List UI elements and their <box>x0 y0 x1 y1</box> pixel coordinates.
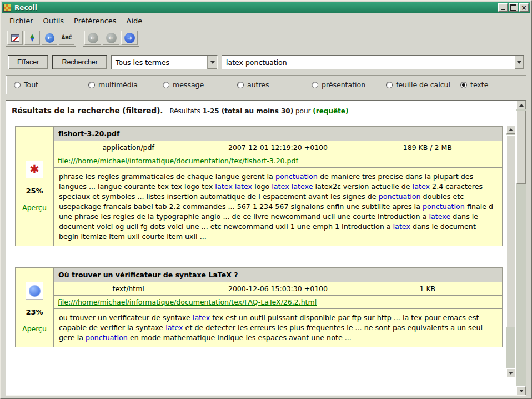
result-list-scrollbar[interactable] <box>506 125 515 377</box>
pdf-doc-icon <box>26 161 43 178</box>
query-details-link[interactable]: (requête) <box>313 107 348 115</box>
results-content: Résultats de la recherche (filtered). Ré… <box>6 101 504 395</box>
preview-link[interactable]: Aperçu <box>22 203 47 212</box>
scrollbar-thumb[interactable] <box>506 135 515 327</box>
results-header: Résultats de la recherche (filtered). Ré… <box>12 106 504 115</box>
radio-label: Tout <box>24 81 38 89</box>
result-url-link[interactable]: file:///home/michael/informatique/docume… <box>58 157 298 165</box>
result-item: 23%AperçuOù trouver un vérificateur de s… <box>15 267 503 347</box>
results-header-title: Résultats de la recherche (filtered). <box>12 106 163 115</box>
menu-preferences[interactable]: Préférences <box>69 15 121 27</box>
clear-button[interactable]: Effacer <box>8 55 48 69</box>
close-button[interactable] <box>519 3 529 12</box>
mime-type: application/pdf <box>53 141 203 154</box>
app-icon[interactable] <box>3 4 11 12</box>
category-radio-autres[interactable]: autres <box>237 81 312 89</box>
results-count-prefix: Résultats <box>169 107 202 115</box>
highlight-term: ponctuation <box>275 172 318 181</box>
result-meta-row: application/pdf2007-12-01 12:19:20 +0100… <box>53 141 503 154</box>
abstract-text: phrase les regles grammaticales de chaqu… <box>59 172 275 181</box>
forward-arrow-icon: ➜ <box>124 33 135 43</box>
clear-search-button[interactable] <box>7 31 23 45</box>
highlight-term: latex <box>393 222 410 231</box>
mime-type: text/html <box>53 282 203 296</box>
doc-size: 1 KB <box>353 282 503 296</box>
window-title: Recoll <box>14 4 37 12</box>
search-mode-select[interactable]: Tous les termes <box>111 55 218 69</box>
radio-icon <box>386 82 393 88</box>
results-count-middle: pour <box>293 107 313 115</box>
search-button[interactable]: Rechercher <box>52 55 107 69</box>
abstract-text: en mode mathematique indique les espaces… <box>128 333 352 342</box>
html-doc-icon <box>26 282 43 300</box>
scroll-down-icon[interactable] <box>516 386 526 395</box>
result-abstract: ou trouver un verificateur de syntaxe la… <box>53 308 503 347</box>
category-filter-bar: Toutmultimédiamessageautresprésentationf… <box>6 75 526 94</box>
abstract-text: logo <box>252 182 272 191</box>
radio-icon <box>88 82 95 88</box>
scrollbar-thumb[interactable] <box>516 111 526 184</box>
dropdown-arrow-icon[interactable] <box>207 56 217 69</box>
clear-search-icon <box>11 34 19 42</box>
main-tool-group: ▲▼ ➜ ÂBĈ <box>6 29 76 47</box>
radio-label: multimédia <box>98 81 138 89</box>
radio-label: message <box>173 81 204 89</box>
abc-icon: ÂBĈ <box>62 35 72 41</box>
next-page-button[interactable]: ➜ <box>121 31 138 45</box>
recoll-window: Recoll Fichier Outils Préférences Aide ▲… <box>0 0 532 399</box>
result-url-row: file:///home/michael/informatique/docume… <box>53 154 503 168</box>
sort-button[interactable]: ▲▼ <box>24 31 40 45</box>
menu-label: O <box>43 17 49 25</box>
history-button[interactable]: ➜ <box>42 31 57 45</box>
radio-icon <box>163 82 169 88</box>
globe-icon <box>29 285 41 297</box>
first-page-button[interactable]: ➜ <box>84 31 101 45</box>
menu-label: ichier <box>13 17 33 25</box>
menu-fichier[interactable]: Fichier <box>4 15 38 27</box>
result-url-row: file:///home/michael/informatique/docume… <box>53 295 503 309</box>
category-radio-texte[interactable]: texte <box>460 81 488 89</box>
category-radio-message[interactable]: message <box>163 81 237 89</box>
titlebar[interactable]: Recoll <box>2 2 530 13</box>
result-url-link[interactable]: file:///home/michael/informatique/docume… <box>58 298 317 306</box>
result-item: 25%Aperçuflshort-3.20.pdfapplication/pdf… <box>15 126 503 246</box>
scroll-down-icon[interactable] <box>506 368 515 377</box>
radio-label: texte <box>470 81 488 89</box>
radio-label: feuille de calcul <box>396 81 450 89</box>
category-radio-feuille-de-calcul[interactable]: feuille de calcul <box>386 81 460 89</box>
doc-size: 189 KB / 2 MB <box>353 141 503 154</box>
maximize-button[interactable] <box>509 3 518 12</box>
back-arrow-icon: ➜ <box>88 33 98 43</box>
radio-icon <box>237 82 244 88</box>
category-radio-multimédia[interactable]: multimédia <box>88 81 163 89</box>
scroll-up-icon[interactable] <box>516 101 526 109</box>
scroll-up-icon[interactable] <box>506 125 515 134</box>
scrollbar-track[interactable] <box>516 109 526 386</box>
toolbar: ▲▼ ➜ ÂBĈ ➜ ➜ ➜ <box>1 27 531 49</box>
category-radio-tout[interactable]: Tout <box>14 81 88 89</box>
highlight-term: latex <box>413 182 430 191</box>
highlight-term: ponctuation <box>379 192 421 201</box>
menu-outils[interactable]: Outils <box>38 15 69 27</box>
previous-page-button[interactable]: ➜ <box>103 31 119 45</box>
dropdown-arrow-icon[interactable] <box>514 56 524 69</box>
scrollbar-track[interactable] <box>506 134 515 368</box>
preview-link[interactable]: Aperçu <box>22 325 47 333</box>
results-count-range: 1-25 (total au moins 30) <box>203 107 294 115</box>
menu-label: références <box>78 17 117 25</box>
result-title: Où trouver un vérificateur de syntaxe La… <box>53 267 503 282</box>
category-radio-présentation[interactable]: présentation <box>312 81 386 89</box>
relevance-percent: 25% <box>26 187 43 195</box>
search-input[interactable] <box>222 56 514 69</box>
results-scrollbar[interactable] <box>516 101 526 395</box>
term-explorer-button[interactable]: ÂBĈ <box>59 31 74 45</box>
highlight-term: ponctuation <box>423 202 465 211</box>
minimize-button[interactable] <box>498 3 508 12</box>
search-row: Effacer Rechercher Tous les termes <box>8 55 524 69</box>
result-main: flshort-3.20.pdfapplication/pdf2007-12-0… <box>53 126 503 246</box>
highlight-term: latex <box>165 323 183 332</box>
menu-aide[interactable]: Aide <box>122 15 148 27</box>
abstract-text: ou trouver un verificateur de syntaxe <box>59 313 193 322</box>
radio-icon <box>312 82 318 88</box>
menu-label: ide <box>131 17 142 25</box>
